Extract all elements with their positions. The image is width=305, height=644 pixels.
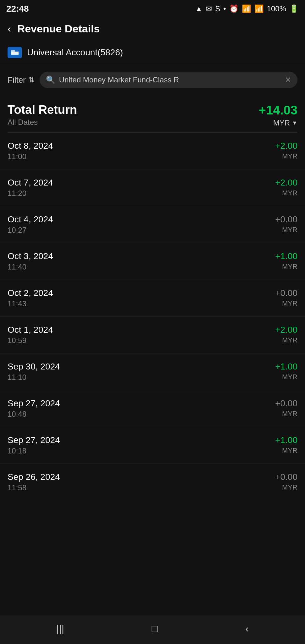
transaction-left: Sep 30, 2024 11:10 (8, 362, 60, 382)
filter-button[interactable]: Filter ⇅ (8, 75, 35, 85)
transaction-left: Oct 8, 2024 11:00 (8, 141, 53, 161)
transaction-time: 10:48 (8, 410, 60, 419)
alarm-icon: ⏰ (229, 4, 239, 13)
home-icon: □ (152, 623, 158, 634)
notification-icon: ▲ (195, 4, 202, 13)
total-return-currency: MYR (273, 119, 290, 127)
transaction-time: 10:27 (8, 226, 53, 235)
account-logo-icon (10, 49, 19, 56)
transaction-right: +1.00 MYR (275, 251, 297, 271)
transaction-date: Sep 30, 2024 (8, 362, 60, 372)
transaction-currency: MYR (275, 447, 297, 455)
transaction-left: Oct 4, 2024 10:27 (8, 214, 53, 235)
email-icon: ✉ (206, 4, 212, 13)
transaction-date: Oct 4, 2024 (8, 214, 53, 225)
transaction-item[interactable]: Oct 4, 2024 10:27 +0.00 MYR (0, 206, 305, 243)
transaction-time: 10:59 (8, 336, 53, 345)
svg-rect-2 (11, 50, 15, 52)
total-return-section: Total Return All Dates +14.03 MYR ▼ (0, 94, 305, 132)
transaction-right: +1.00 MYR (275, 435, 297, 455)
transaction-item[interactable]: Oct 3, 2024 11:40 +1.00 MYR (0, 243, 305, 280)
transaction-item[interactable]: Sep 27, 2024 10:48 +0.00 MYR (0, 390, 305, 427)
transaction-currency: MYR (275, 189, 297, 197)
transaction-currency: MYR (275, 410, 297, 418)
transaction-left: Oct 1, 2024 10:59 (8, 325, 53, 345)
transaction-date: Oct 7, 2024 (8, 178, 53, 188)
search-icon: 🔍 (46, 75, 55, 84)
transaction-currency: MYR (275, 152, 297, 160)
transaction-left: Sep 27, 2024 10:18 (8, 435, 60, 455)
dot-icon: • (223, 4, 226, 13)
transaction-currency: MYR (275, 373, 297, 381)
signal-icon: 📶 (254, 4, 264, 13)
battery-icon: 🔋 (289, 4, 299, 13)
transaction-amount: +1.00 (275, 251, 297, 261)
transaction-left: Oct 7, 2024 11:20 (8, 178, 53, 198)
transaction-right: +2.00 MYR (275, 178, 297, 197)
transaction-amount: +1.00 (275, 362, 297, 372)
transaction-amount: +0.00 (275, 288, 297, 298)
recent-apps-icon: ||| (56, 623, 64, 634)
currency-row[interactable]: MYR ▼ (259, 119, 297, 127)
total-return-left: Total Return All Dates (8, 103, 77, 127)
transaction-date: Sep 27, 2024 (8, 435, 60, 445)
transaction-date: Oct 2, 2024 (8, 288, 53, 298)
transaction-date: Oct 1, 2024 (8, 325, 53, 335)
transaction-item[interactable]: Sep 30, 2024 11:10 +1.00 MYR (0, 353, 305, 390)
filter-row: Filter ⇅ 🔍 United Money Market Fund-Clas… (0, 64, 305, 94)
page-title: Revenue Details (17, 23, 100, 35)
header: ‹ Revenue Details (0, 16, 305, 41)
filter-label: Filter (8, 75, 26, 85)
transaction-time: 11:20 (8, 189, 53, 198)
transaction-list: Oct 8, 2024 11:00 +2.00 MYR Oct 7, 2024 … (0, 133, 305, 500)
transaction-item[interactable]: Oct 7, 2024 11:20 +2.00 MYR (0, 169, 305, 206)
filter-icon: ⇅ (28, 75, 35, 84)
status-bar: 22:48 ▲ ✉ S • ⏰ 📶 📶 100% 🔋 (0, 0, 305, 16)
transaction-time: 11:10 (8, 373, 60, 382)
search-bar[interactable]: 🔍 United Money Market Fund-Class R ✕ (40, 72, 297, 88)
status-time: 22:48 (6, 4, 29, 14)
transaction-item[interactable]: Oct 1, 2024 10:59 +2.00 MYR (0, 317, 305, 353)
transaction-date: Oct 3, 2024 (8, 251, 53, 261)
transaction-date: Oct 8, 2024 (8, 141, 53, 151)
transaction-item[interactable]: Sep 27, 2024 10:18 +1.00 MYR (0, 427, 305, 464)
transaction-currency: MYR (275, 299, 297, 308)
back-icon: ‹ (8, 23, 11, 34)
transaction-right: +0.00 MYR (275, 398, 297, 418)
battery-text: 100% (267, 4, 286, 13)
account-row[interactable]: Universal Account(5826) (0, 41, 305, 64)
transaction-left: Sep 27, 2024 10:48 (8, 398, 60, 419)
currency-dropdown-icon[interactable]: ▼ (292, 120, 297, 126)
transaction-item[interactable]: Oct 2, 2024 11:43 +0.00 MYR (0, 280, 305, 317)
transaction-left: Oct 2, 2024 11:43 (8, 288, 53, 308)
transaction-time: 11:00 (8, 152, 53, 161)
account-name: Universal Account(5826) (27, 47, 123, 58)
transaction-currency: MYR (275, 226, 297, 234)
home-button[interactable]: □ (152, 623, 158, 635)
recent-apps-button[interactable]: ||| (56, 623, 64, 635)
back-button[interactable]: ‹ (8, 23, 11, 35)
all-dates-label: All Dates (8, 118, 77, 127)
bottom-spacer (0, 500, 305, 538)
transaction-left: Oct 3, 2024 11:40 (8, 251, 53, 271)
total-return-right: +14.03 MYR ▼ (259, 103, 297, 127)
nav-back-icon: ‹ (245, 623, 249, 634)
account-icon (8, 47, 22, 58)
transaction-currency: MYR (275, 483, 297, 491)
transaction-amount: +2.00 (275, 325, 297, 335)
transaction-right: +2.00 MYR (275, 141, 297, 160)
transaction-item[interactable]: Oct 8, 2024 11:00 +2.00 MYR (0, 133, 305, 169)
transaction-right: +0.00 MYR (275, 214, 297, 234)
total-return-label: Total Return (8, 103, 77, 117)
transaction-item[interactable]: Sep 26, 2024 11:58 +0.00 MYR (0, 464, 305, 500)
shop-icon: S (215, 4, 220, 13)
transaction-left: Sep 26, 2024 11:58 (8, 472, 60, 492)
nav-back-button[interactable]: ‹ (245, 623, 249, 635)
total-return-amount: +14.03 (259, 103, 297, 117)
clear-search-icon[interactable]: ✕ (285, 75, 291, 84)
wifi-icon: 📶 (242, 4, 251, 13)
transaction-time: 10:18 (8, 447, 60, 455)
transaction-time: 11:58 (8, 483, 60, 492)
transaction-right: +0.00 MYR (275, 288, 297, 308)
transaction-time: 11:43 (8, 299, 53, 308)
